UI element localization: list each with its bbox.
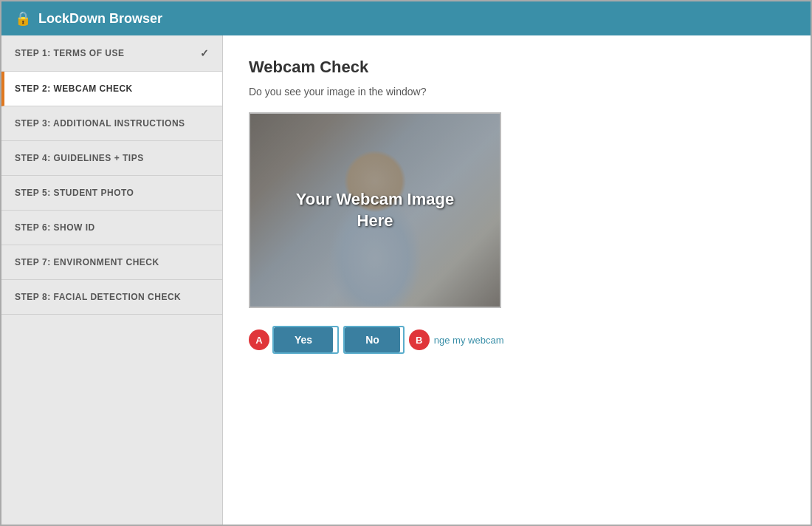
sidebar-item-label: STEP 8: FACIAL DETECTION CHECK [15, 292, 181, 302]
sidebar-item-step5[interactable]: STEP 5: STUDENT PHOTO [1, 176, 222, 211]
sidebar-item-label: STEP 4: GUIDELINES + TIPS [15, 153, 144, 163]
sidebar: STEP 1: TERMS OF USE ✓ STEP 2: WEBCAM CH… [1, 35, 223, 525]
sidebar-item-label: STEP 2: WEBCAM CHECK [15, 83, 133, 94]
lock-icon: 🔒 [15, 10, 31, 27]
checkmark-icon: ✓ [200, 47, 210, 59]
sidebar-item-label: STEP 5: STUDENT PHOTO [15, 188, 134, 198]
badge-b: B [409, 329, 430, 350]
sidebar-item-step6[interactable]: STEP 6: SHOW ID [1, 211, 222, 245]
sidebar-item-step7[interactable]: STEP 7: ENVIRONMENT CHECK [1, 245, 222, 280]
badge-a: A [249, 329, 269, 350]
sidebar-item-step1[interactable]: STEP 1: TERMS OF USE ✓ [1, 35, 222, 72]
sidebar-item-label: STEP 6: SHOW ID [15, 222, 95, 233]
sidebar-item-label: STEP 7: ENVIRONMENT CHECK [15, 257, 159, 267]
webcam-label: Your Webcam Image Here [296, 189, 454, 231]
sidebar-item-step2[interactable]: STEP 2: WEBCAM CHECK [1, 72, 222, 106]
webcam-preview: Your Webcam Image Here [249, 112, 501, 308]
sidebar-item-step4[interactable]: STEP 4: GUIDELINES + TIPS [1, 141, 222, 176]
sidebar-item-step8[interactable]: STEP 8: FACIAL DETECTION CHECK [1, 280, 222, 315]
sidebar-item-step3[interactable]: STEP 3: ADDITIONAL INSTRUCTIONS [1, 106, 222, 141]
webcam-overlay: Your Webcam Image Here [250, 114, 500, 307]
no-button[interactable]: No [345, 327, 400, 352]
sidebar-item-label: STEP 3: ADDITIONAL INSTRUCTIONS [15, 118, 185, 129]
content-subtitle: Do you see your image in the window? [249, 86, 785, 98]
page-title: Webcam Check [249, 58, 785, 77]
main-content: Webcam Check Do you see your image in th… [223, 35, 811, 525]
buttons-area: A Yes No B nge my webcam [249, 326, 785, 354]
app-title: LockDown Browser [38, 11, 162, 27]
change-webcam-link[interactable]: nge my webcam [434, 335, 504, 346]
yes-button[interactable]: Yes [274, 327, 333, 352]
main-layout: STEP 1: TERMS OF USE ✓ STEP 2: WEBCAM CH… [1, 35, 811, 525]
sidebar-item-label: STEP 1: TERMS OF USE [15, 48, 124, 58]
app-header: 🔒 LockDown Browser [1, 1, 811, 35]
